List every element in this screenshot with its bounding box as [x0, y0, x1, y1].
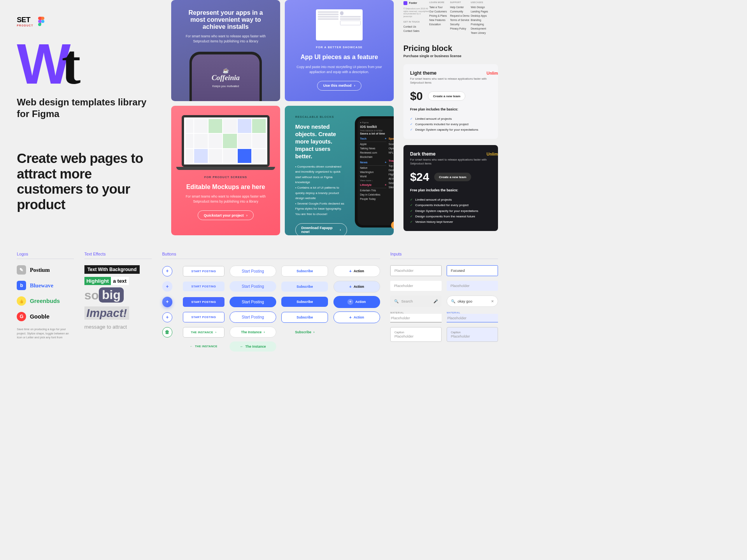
- card4-overline: RESCALABLE BLOCKS: [295, 115, 347, 119]
- material-input[interactable]: MATERIALPlaceholder: [447, 312, 498, 322]
- start-posting-button[interactable]: Start Posting: [230, 281, 276, 292]
- mic-icon[interactable]: 🎤: [433, 299, 438, 303]
- instance-button[interactable]: ←The Instance: [230, 341, 276, 352]
- price-value: $24: [410, 170, 429, 184]
- effect-highlight: Highlighta text: [84, 278, 152, 284]
- effect-sub: message to attract: [84, 324, 152, 330]
- subscribe-button[interactable]: Subscribe: [281, 266, 328, 276]
- quickstart-button[interactable]: Quickstart your project›: [198, 210, 254, 220]
- footer-link[interactable]: Request a Demo: [450, 14, 471, 18]
- effect-background: Text With Background: [84, 265, 140, 274]
- text-input-focused[interactable]: Focused: [447, 265, 498, 276]
- brand-row: SET PRODUCT: [17, 16, 146, 27]
- footer-link[interactable]: Privacy Policy: [450, 26, 471, 31]
- use-method-button[interactable]: Use this method›: [317, 81, 361, 91]
- chevron-right-icon: ›: [215, 331, 216, 334]
- brand-name: SET: [17, 16, 30, 24]
- set-product-logo: SET PRODUCT: [17, 16, 33, 27]
- instance-back-button[interactable]: ←THE INSTANCE: [183, 341, 224, 351]
- logo-gooble: G Gooble: [17, 312, 74, 321]
- logo-greenbuds: 👍 Greenbuds: [17, 296, 74, 306]
- footer-link[interactable]: Branding: [471, 18, 498, 22]
- plus-icon: +: [349, 284, 351, 289]
- footer-link[interactable]: Team Library: [471, 31, 498, 35]
- subscribe-button[interactable]: Subscribe: [281, 297, 328, 307]
- card2-overline: FOR A BETTER SHOWCASE: [295, 46, 384, 49]
- footer-link[interactable]: Our Customers: [429, 9, 450, 14]
- hero-subtitle: Web design templates library for Figma: [17, 96, 146, 120]
- caption-input[interactable]: CaptionPlaceholder: [447, 327, 498, 342]
- footer-link[interactable]: New Features: [429, 18, 450, 22]
- footer-link[interactable]: Pricing & Plans: [429, 14, 450, 18]
- card1-title: Represent your apps in a most convenient…: [182, 9, 270, 30]
- app-name: Coffeinia: [212, 74, 240, 82]
- footer-link[interactable]: Community: [450, 9, 471, 14]
- letter-g-icon: G: [17, 312, 26, 321]
- footer-link[interactable]: Contact Us: [403, 24, 430, 29]
- text-input[interactable]: Placeholder: [447, 281, 498, 291]
- action-button[interactable]: +Action: [333, 312, 380, 323]
- start-posting-button[interactable]: START POSTING: [183, 266, 224, 276]
- create-team-button[interactable]: Create a new team: [434, 173, 471, 181]
- start-posting-button[interactable]: START POSTING: [183, 282, 224, 291]
- footer-link[interactable]: Take a Tour: [429, 5, 450, 9]
- card3-desc: For smart teams who want to release apps…: [182, 194, 270, 204]
- plus-icon-button[interactable]: +: [162, 266, 173, 276]
- cloud-icon: ☁: [391, 221, 394, 229]
- logo-bluewave: b Bluewave: [17, 281, 74, 290]
- caption-input[interactable]: CaptionPlaceholder: [390, 327, 442, 342]
- search-input[interactable]: 🔍okay goo✕: [447, 296, 498, 307]
- figma-icon: [38, 17, 44, 26]
- section-logos: Logos: [17, 252, 74, 259]
- footer-link[interactable]: Prototyping: [471, 22, 498, 26]
- effect-impact: Impact!: [84, 306, 129, 320]
- close-icon[interactable]: ✕: [491, 299, 494, 303]
- material-input[interactable]: MATERIALPlaceholder: [390, 312, 442, 322]
- footer-link[interactable]: Landing Pages: [471, 9, 498, 14]
- trash-icon-button[interactable]: 🗑: [162, 327, 173, 338]
- create-team-button[interactable]: Create a new team: [428, 91, 465, 101]
- footer-link[interactable]: Terms of Service: [450, 18, 471, 22]
- plus-icon-button[interactable]: +: [162, 297, 173, 307]
- footer-link[interactable]: Security: [450, 22, 471, 26]
- action-button[interactable]: +Action: [333, 281, 380, 292]
- action-button[interactable]: +Action: [333, 265, 380, 277]
- unlimited-badge: Unlim: [486, 152, 498, 156]
- subscribe-button[interactable]: Subscribe›: [281, 327, 328, 337]
- search-icon: 🔍: [394, 299, 399, 303]
- chevron-right-icon: ›: [264, 330, 265, 334]
- footer-link[interactable]: Desktop Apps: [471, 14, 498, 18]
- start-posting-button[interactable]: START POSTING: [183, 297, 224, 307]
- footer-link[interactable]: Web Design: [471, 5, 498, 9]
- subscribe-button[interactable]: Subscribe: [281, 282, 328, 292]
- card4-title: Move nested objects. Create more layouts…: [295, 123, 347, 160]
- download-button[interactable]: Download Fapapp now!›: [295, 223, 347, 236]
- instance-button[interactable]: The Instance›: [230, 327, 276, 338]
- start-posting-button[interactable]: START POSTING: [183, 312, 224, 322]
- start-posting-button[interactable]: Start Posting: [230, 297, 276, 307]
- laptop-mockup: [182, 115, 270, 170]
- footer-link[interactable]: Education: [429, 22, 450, 26]
- search-input[interactable]: 🔍Search🎤: [390, 296, 442, 307]
- card4-bullets: • Components-driven constrained and incr…: [295, 164, 347, 217]
- text-input[interactable]: Placeholder: [390, 265, 442, 276]
- footer-link[interactable]: Help Center: [450, 5, 471, 9]
- plus-icon-button[interactable]: +: [162, 312, 173, 323]
- price-card-light: Light theme For smart teams who want to …: [403, 64, 498, 139]
- card-ui-pieces: FOR A BETTER SHOWCASE App UI pieces as a…: [285, 0, 394, 101]
- footer-link[interactable]: Development: [471, 26, 498, 31]
- arrow-left-icon: ←: [190, 345, 193, 348]
- start-posting-button[interactable]: Start Posting: [230, 266, 276, 277]
- plus-icon-button[interactable]: +: [162, 281, 173, 292]
- footer-link[interactable]: Contact Sales: [403, 29, 430, 33]
- action-button[interactable]: +Action: [333, 296, 380, 308]
- start-posting-button[interactable]: Start Posting: [230, 312, 276, 323]
- pricing-block: Pricing block Purchase single or busines…: [403, 44, 498, 231]
- plan-name: Light theme: [410, 70, 491, 76]
- ui-preview-icon: [316, 9, 363, 40]
- section-inputs: Inputs: [390, 252, 498, 259]
- ios-phone-mockup: ● Figma iOS toolkit THIS DESIGN SYSTEM S…: [355, 116, 394, 228]
- instance-button[interactable]: THE INSTANCE›: [183, 327, 224, 338]
- subscribe-button[interactable]: Subscribe: [281, 312, 328, 323]
- text-input[interactable]: Placeholder: [390, 281, 442, 291]
